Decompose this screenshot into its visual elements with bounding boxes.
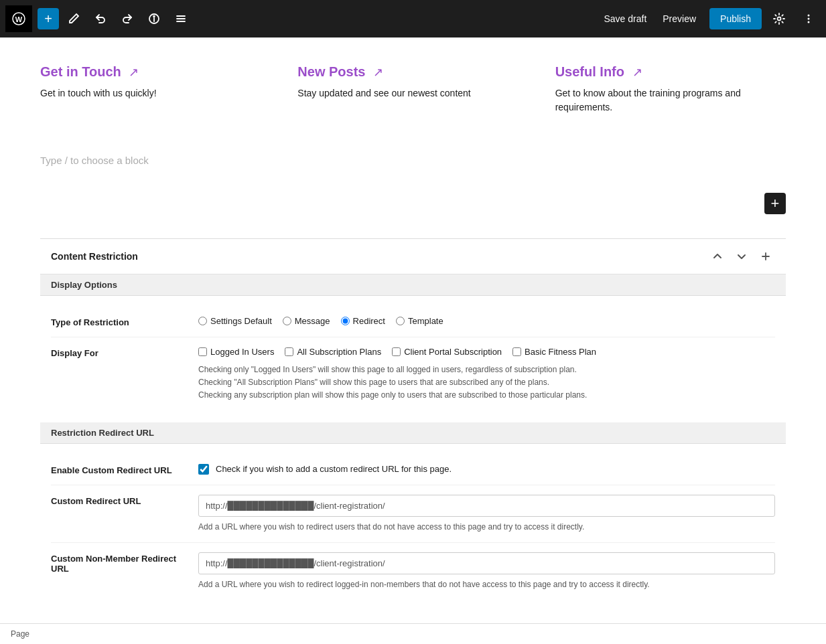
content-restriction-panel: Content Restriction xyxy=(40,238,786,611)
radio-message-label: Message xyxy=(295,316,330,326)
radio-message[interactable]: Message xyxy=(283,316,330,326)
display-for-control: Logged In Users All Subscription Plans C… xyxy=(198,347,775,402)
display-for-label: Display For xyxy=(51,347,185,358)
col2-description: Stay updated and see our newest content xyxy=(297,86,528,100)
col1-description: Get in touch with us quickly! xyxy=(40,86,271,100)
panel-expand-down-button[interactable] xyxy=(732,247,751,266)
col-useful-info: Useful Info ↗ Get to know about the trai… xyxy=(555,64,786,114)
help-text-2: Checking "All Subscription Plans" will s… xyxy=(198,376,775,389)
type-restriction-radio-group: Settings Default Message Redirect T xyxy=(198,316,775,326)
list-view-button[interactable] xyxy=(169,7,193,31)
custom-redirect-url-help: Add a URL where you wish to redirect use… xyxy=(198,521,775,533)
type-restriction-row: Type of Restriction Settings Default Mes… xyxy=(51,307,775,337)
edit-button[interactable] xyxy=(62,7,86,31)
radio-template-label: Template xyxy=(408,316,443,326)
custom-nonmember-url-help: Add a URL where you wish to redirect log… xyxy=(198,578,775,590)
enable-custom-checkbox[interactable] xyxy=(198,464,209,475)
custom-nonmember-url-control: Add a URL where you wish to redirect log… xyxy=(198,552,775,590)
preview-button[interactable]: Preview xyxy=(657,9,701,28)
toolbar-right: Save draft Preview Publish xyxy=(598,7,821,31)
checkbox-logged-in-label: Logged In Users xyxy=(210,347,274,357)
col2-arrow: ↗ xyxy=(373,66,383,79)
col1-arrow: ↗ xyxy=(129,66,139,79)
display-for-checkbox-group: Logged In Users All Subscription Plans C… xyxy=(198,347,775,357)
enable-custom-label: Enable Custom Redirect URL xyxy=(51,464,185,475)
checkbox-client-portal[interactable]: Client Portal Subscription xyxy=(392,347,502,357)
panel-title: Content Restriction xyxy=(51,251,708,262)
col-new-posts: New Posts ↗ Stay updated and see our new… xyxy=(297,64,528,114)
enable-custom-checkbox-label: Check if you wish to add a custom redire… xyxy=(216,464,452,474)
wp-logo[interactable]: W xyxy=(5,5,32,32)
type-restriction-label: Type of Restriction xyxy=(51,316,185,327)
add-block-toolbar-button[interactable]: + xyxy=(38,8,59,29)
save-draft-button[interactable]: Save draft xyxy=(598,9,652,28)
custom-redirect-url-control: Add a URL where you wish to redirect use… xyxy=(198,495,775,533)
radio-redirect-label: Redirect xyxy=(353,316,385,326)
radio-template[interactable]: Template xyxy=(396,316,443,326)
svg-point-11 xyxy=(808,21,810,23)
info-button[interactable] xyxy=(142,7,166,31)
col-get-in-touch: Get in Touch ↗ Get in touch with us quic… xyxy=(40,64,271,114)
enable-custom-enable-row: Check if you wish to add a custom redire… xyxy=(198,464,775,475)
display-options-form: Type of Restriction Settings Default Mes… xyxy=(40,296,786,422)
enable-custom-row: Enable Custom Redirect URL Check if you … xyxy=(51,455,775,485)
panel-header[interactable]: Content Restriction xyxy=(40,239,786,274)
type-restriction-control: Settings Default Message Redirect T xyxy=(198,316,775,326)
panel-controls xyxy=(708,247,775,266)
checkbox-all-plans-label: All Subscription Plans xyxy=(297,347,381,357)
checkbox-logged-in[interactable]: Logged In Users xyxy=(198,347,274,357)
checkbox-basic-fitness-label: Basic Fitness Plan xyxy=(525,347,596,357)
radio-settings-default[interactable]: Settings Default xyxy=(198,316,272,326)
svg-point-9 xyxy=(808,15,810,17)
checkbox-client-portal-label: Client Portal Subscription xyxy=(404,347,502,357)
display-for-row: Display For Logged In Users All Subscrip… xyxy=(51,337,775,412)
radio-settings-default-label: Settings Default xyxy=(210,316,272,326)
add-block-button[interactable]: + xyxy=(764,193,786,214)
custom-nonmember-url-row: Custom Non-Member Redirect URL Add a URL… xyxy=(51,543,775,600)
custom-nonmember-url-input[interactable] xyxy=(198,552,775,574)
col2-title: New Posts ↗ xyxy=(297,64,528,80)
radio-redirect[interactable]: Redirect xyxy=(341,316,385,326)
publish-button[interactable]: Publish xyxy=(709,8,762,29)
custom-redirect-url-input[interactable] xyxy=(198,495,775,517)
redo-button[interactable] xyxy=(115,7,139,31)
panel-drag-handle[interactable] xyxy=(756,247,775,266)
col1-title: Get in Touch ↗ xyxy=(40,64,271,80)
help-text-1: Checking only "Logged In Users" will sho… xyxy=(198,364,775,376)
undo-button[interactable] xyxy=(88,7,113,31)
settings-button[interactable] xyxy=(767,7,791,31)
svg-point-4 xyxy=(153,16,155,17)
custom-redirect-url-label: Custom Redirect URL xyxy=(51,495,185,506)
display-for-help: Checking only "Logged In Users" will sho… xyxy=(198,364,775,402)
col3-description: Get to know about the training programs … xyxy=(555,86,786,114)
svg-point-8 xyxy=(778,17,781,21)
col3-arrow: ↗ xyxy=(632,66,642,79)
help-text-3: Checking any subscription plan will show… xyxy=(198,389,775,402)
three-col-section: Get in Touch ↗ Get in touch with us quic… xyxy=(40,64,786,114)
custom-redirect-url-row: Custom Redirect URL Add a URL where you … xyxy=(51,485,775,543)
redirect-section: Enable Custom Redirect URL Check if you … xyxy=(40,444,786,611)
panel-collapse-up-button[interactable] xyxy=(708,247,727,266)
more-options-button[interactable] xyxy=(797,7,821,31)
main-content: Get in Touch ↗ Get in touch with us quic… xyxy=(0,37,826,624)
custom-nonmember-url-label: Custom Non-Member Redirect URL xyxy=(51,552,185,574)
svg-point-10 xyxy=(808,18,810,20)
checkbox-all-plans[interactable]: All Subscription Plans xyxy=(285,347,381,357)
status-bar: Page xyxy=(0,623,826,624)
svg-text:W: W xyxy=(15,15,23,23)
checkbox-basic-fitness[interactable]: Basic Fitness Plan xyxy=(512,347,596,357)
enable-custom-control: Check if you wish to add a custom redire… xyxy=(198,464,775,475)
restriction-redirect-header: Restriction Redirect URL xyxy=(40,422,786,444)
toolbar: W + Save draft Preview xyxy=(0,0,826,37)
display-options-header: Display Options xyxy=(40,274,786,296)
col3-title: Useful Info ↗ xyxy=(555,64,786,80)
block-placeholder[interactable]: Type / to choose a block xyxy=(40,141,786,193)
